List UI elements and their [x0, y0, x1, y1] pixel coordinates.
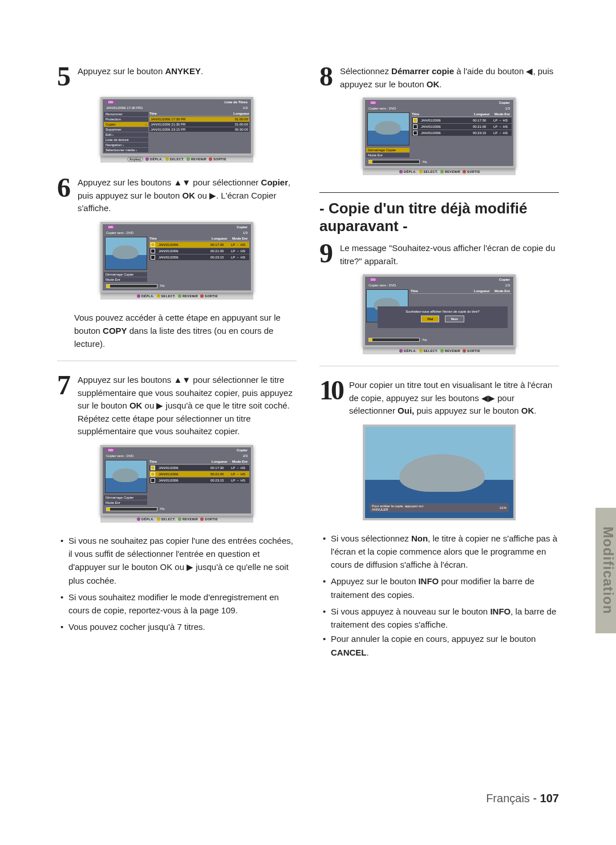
- bullet: Si vous souhaitez modifier le mode d'enr…: [68, 591, 297, 617]
- step7-bullets: Si vous ne souhaitez pas copier l'une de…: [57, 534, 297, 634]
- osd-step5: DD Liste de Titres JAN/01/2006 17:30 PR1…: [100, 97, 253, 156]
- osd-step8: DDCopier Copier vers : DVD1/3 Démarrage …: [363, 98, 516, 168]
- copy-list-7: Titre Longueur Mode Enr JAN/01/200600:17…: [149, 459, 251, 506]
- page-footer: Français - 107: [57, 792, 559, 805]
- step8-text: Sélectionnez Démarrer copie à l'aide du …: [340, 63, 559, 91]
- osd-footer: Anykey DÉPLA. SELECT. REVENIR SORTIE: [100, 156, 253, 163]
- step-10: 10 Pour copier un titre tout en visualis…: [319, 377, 559, 418]
- confirm-dialog: Souhaitez-vous afficher l'écran de copie…: [378, 306, 508, 328]
- step-number-7: 7: [57, 371, 71, 438]
- playback-view: Pour arrêter la copie, appuyez sur ANNUL…: [363, 424, 516, 520]
- step5-text: Appuyez sur le bouton ANYKEY.: [78, 63, 203, 90]
- step-number-9: 9: [319, 240, 333, 268]
- bullet: Si vous ne souhaitez pas copier l'une de…: [68, 534, 297, 587]
- bullet: Si vous appuyez à nouveau sur le bouton …: [331, 605, 559, 632]
- step-number-10: 10: [319, 377, 342, 418]
- bullet: Vous pouvez cocher jusqu'à 7 titres.: [68, 620, 297, 633]
- copy-list-6: Titre Longueur Mode Enr JAN/01/200600:17…: [149, 236, 251, 283]
- bullet: Pour annuler la copie en cours, appuyez …: [331, 632, 559, 659]
- step-number-5: 5: [57, 63, 71, 90]
- step-6: 6 Appuyez sur les boutons ▲▼ pour sélect…: [57, 174, 297, 215]
- bullet: Appuyez sur le bouton INFO pour modifier…: [331, 575, 559, 601]
- title-list-5: TitreLongueur JAN/01/2006 17:30 PR01:00:…: [149, 111, 251, 153]
- section-title: - Copie d'un titre déjà modifié auparava…: [319, 200, 559, 235]
- side-tab-modification: Modification: [595, 508, 616, 633]
- step-8: 8 Sélectionnez Démarrer copie à l'aide d…: [319, 63, 559, 91]
- copy-list-8: Titre Longueur Mode Enr JAN/01/200600:17…: [412, 111, 513, 159]
- copier-menu-6: Démarrage Copier Mode Enr: [103, 271, 148, 283]
- step-5: 5 Appuyez sur le bouton ANYKEY.: [57, 63, 297, 90]
- step6-note: Vous pouvez accéder à cette étape en app…: [74, 311, 297, 351]
- step-9: 9 Le message "Souhaitez-vous afficher l'…: [319, 240, 559, 268]
- osd-step6: DDCopier Copier vers : DVD1/3 Démarrage …: [100, 222, 253, 293]
- thumbnail-dolphin: [105, 237, 147, 270]
- osd-step9: DDCopier Copier vers : DVD1/3 Titre Long…: [363, 274, 516, 347]
- dialog-yes[interactable]: Oui: [421, 316, 439, 322]
- dialog-no[interactable]: Non: [445, 316, 464, 322]
- step-number-6: 6: [57, 174, 71, 215]
- anykey-menu: RenommerProtectionCopier›SupprimerEdit ›…: [103, 111, 149, 153]
- step7-text: Appuyez sur les boutons ▲▼ pour sélectio…: [78, 371, 297, 438]
- bullet: Si vous sélectionnez Non, le titre à cop…: [331, 532, 559, 572]
- step10-bullets: Si vous sélectionnez Non, le titre à cop…: [319, 532, 559, 659]
- step9-text: Le message "Souhaitez-vous afficher l'éc…: [340, 240, 559, 268]
- step6-text: Appuyez sur les boutons ▲▼ pour sélectio…: [78, 174, 297, 215]
- step-number-8: 8: [319, 63, 333, 91]
- osd-step7: DDCopier Copier vers : DVD2/3 Démarrage …: [100, 445, 253, 516]
- step-7: 7 Appuyez sur les boutons ▲▼ pour sélect…: [57, 371, 297, 438]
- step10-text: Pour copier un titre tout en visualisant…: [349, 377, 559, 418]
